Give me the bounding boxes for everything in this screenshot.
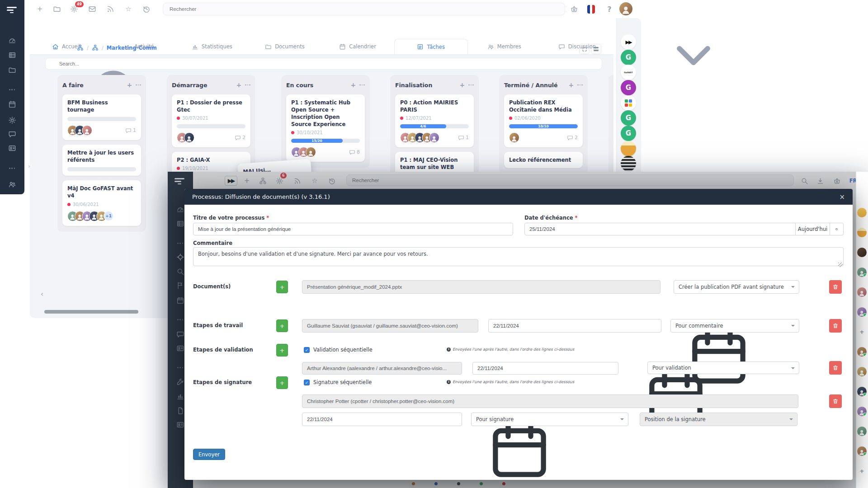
delete-work-step-button[interactable] <box>829 319 842 333</box>
signature-action-select[interactable]: Pour signature <box>471 413 628 426</box>
sidebar-users-icon[interactable] <box>8 180 16 188</box>
room-g-purple-avatar[interactable]: G <box>621 80 636 95</box>
sidebar-chat-icon[interactable] <box>8 130 16 138</box>
document-action-select[interactable]: Créer la publication PDF avant signature <box>674 280 799 294</box>
room-g-avatar[interactable]: G <box>621 126 636 141</box>
signature-sequential-checkbox[interactable]: ✓ <box>304 380 310 385</box>
today-button[interactable]: Aujourd'hui <box>796 223 830 235</box>
contact-avatar[interactable] <box>857 228 867 237</box>
add-validation-step-button[interactable]: + <box>276 344 288 357</box>
favorites-star-icon[interactable]: ☆ <box>124 5 133 14</box>
delete-signature-step-button[interactable] <box>829 394 842 408</box>
due-date-input[interactable] <box>524 223 796 235</box>
validation-user-input[interactable] <box>302 362 462 375</box>
calendar-icon[interactable] <box>608 366 614 371</box>
tab-accueil[interactable]: Accueil <box>30 39 103 54</box>
room-g-avatar[interactable]: G <box>621 50 636 65</box>
tab-discussion[interactable]: Discussion <box>541 39 613 54</box>
help-icon[interactable]: ? <box>605 5 614 14</box>
menu-burger-icon[interactable] <box>7 5 18 15</box>
work-action-select[interactable]: Pour commentaire <box>670 319 799 333</box>
sidebar-more-dots[interactable] <box>9 168 15 169</box>
room-books-avatar[interactable] <box>621 156 636 171</box>
calendar-icon[interactable] <box>651 323 657 329</box>
sidebar-more-dots[interactable] <box>9 89 15 90</box>
column-menu-button[interactable] <box>359 80 365 90</box>
validation-date-input[interactable] <box>472 362 618 375</box>
search-icon[interactable] <box>859 193 865 199</box>
add-card-button[interactable]: + <box>568 81 574 89</box>
new-content-button[interactable]: + <box>35 5 44 14</box>
sidebar-calendar-icon[interactable] <box>8 100 16 108</box>
add-card-button[interactable]: + <box>236 81 241 89</box>
contact-avatar[interactable] <box>857 287 867 297</box>
task-card[interactable]: P1 : Dossier de presse Gtec 30/07/2021 2 <box>172 94 250 147</box>
column-menu-button[interactable] <box>136 80 141 90</box>
task-card[interactable]: Publication REX Occitanie dans Média 02/… <box>504 94 583 147</box>
delete-document-button[interactable] <box>829 280 842 294</box>
contact-avatar[interactable] <box>857 248 867 257</box>
tab-calendrier[interactable]: Calendrier <box>321 39 394 54</box>
comment-textarea[interactable]: Bonjour, besoins d'une validation et d'u… <box>193 247 844 266</box>
column-menu-button[interactable] <box>468 80 474 90</box>
sidebar-list-icon[interactable] <box>8 51 16 59</box>
calendar-icon[interactable] <box>452 417 458 422</box>
sidebar-contacts-icon[interactable] <box>8 144 16 152</box>
global-search-input[interactable] <box>163 3 565 15</box>
signature-user-input[interactable] <box>302 394 798 408</box>
more-avatars-badge[interactable]: +1 <box>104 211 113 221</box>
resize-handle[interactable] <box>838 263 843 267</box>
task-card[interactable]: Lecko référencement <box>504 152 583 168</box>
card-comments[interactable]: 2 <box>567 135 578 141</box>
tab-membres[interactable]: Membres <box>468 39 541 54</box>
task-card[interactable]: P1 : Systematic Hub Open Source + Inscri… <box>286 94 365 162</box>
calendar-picker-button[interactable] <box>830 223 844 235</box>
process-title-input[interactable] <box>193 223 513 235</box>
contact-avatar[interactable] <box>857 387 867 396</box>
card-comments[interactable]: 2 <box>235 135 245 141</box>
add-card-button[interactable]: + <box>459 81 465 89</box>
scroll-left-chevron[interactable]: ‹ <box>41 290 43 298</box>
contact-avatar[interactable] <box>857 427 867 436</box>
add-document-button[interactable]: + <box>276 281 288 293</box>
card-comments[interactable]: 1 <box>125 127 136 134</box>
add-card-button[interactable]: + <box>350 81 356 89</box>
rss-icon[interactable] <box>106 5 115 14</box>
sidebar-folder-icon[interactable] <box>8 66 16 74</box>
mail-icon[interactable] <box>88 5 97 14</box>
contact-avatar[interactable] <box>857 367 867 376</box>
work-user-input[interactable] <box>302 319 478 333</box>
horizontal-scrollbar-thumb[interactable] <box>44 310 138 314</box>
user-avatar[interactable] <box>619 2 632 15</box>
add-work-step-button[interactable]: + <box>276 319 288 332</box>
send-button[interactable]: Envoyer <box>193 449 225 460</box>
cart-icon[interactable] <box>570 5 579 14</box>
add-contact-button[interactable]: + <box>857 327 867 337</box>
task-card[interactable]: MàJ Doc GoFAST avant v4 30/06/2021 +1 <box>62 180 141 225</box>
room-g-avatar[interactable]: G <box>621 110 636 126</box>
add-contact-button[interactable]: + <box>857 466 867 476</box>
task-card[interactable]: Mettre à jour les users référents <box>62 145 141 176</box>
close-icon[interactable]: × <box>839 193 845 201</box>
folders-icon[interactable] <box>52 5 61 14</box>
add-card-button[interactable]: + <box>127 81 132 89</box>
room-beer-avatar[interactable] <box>621 141 636 156</box>
contact-avatar[interactable] <box>857 307 867 317</box>
tab-activite[interactable]: Activité <box>103 39 175 54</box>
contact-avatar[interactable] <box>857 347 867 357</box>
tab-documents[interactable]: Documents <box>248 39 321 54</box>
signature-position-select[interactable]: Position de la signature <box>640 413 797 426</box>
contact-avatar[interactable] <box>857 407 867 416</box>
chevron-down-icon[interactable] <box>626 22 632 28</box>
column-menu-button[interactable] <box>577 80 583 90</box>
task-card[interactable]: BFM Business tournage 1 <box>62 94 141 140</box>
language-flag-fr[interactable] <box>587 5 595 14</box>
add-signature-step-button[interactable]: + <box>276 376 288 389</box>
work-date-input[interactable] <box>488 319 661 333</box>
room-ff-avatar[interactable]: ▶▶ <box>621 34 636 50</box>
sidebar-gear-icon[interactable] <box>8 116 16 124</box>
room-gofast-avatar[interactable]: GoFAST <box>621 65 636 80</box>
delete-validation-step-button[interactable] <box>829 361 842 375</box>
contact-avatar[interactable] <box>857 446 867 456</box>
tab-taches[interactable]: Tâches <box>394 39 468 54</box>
